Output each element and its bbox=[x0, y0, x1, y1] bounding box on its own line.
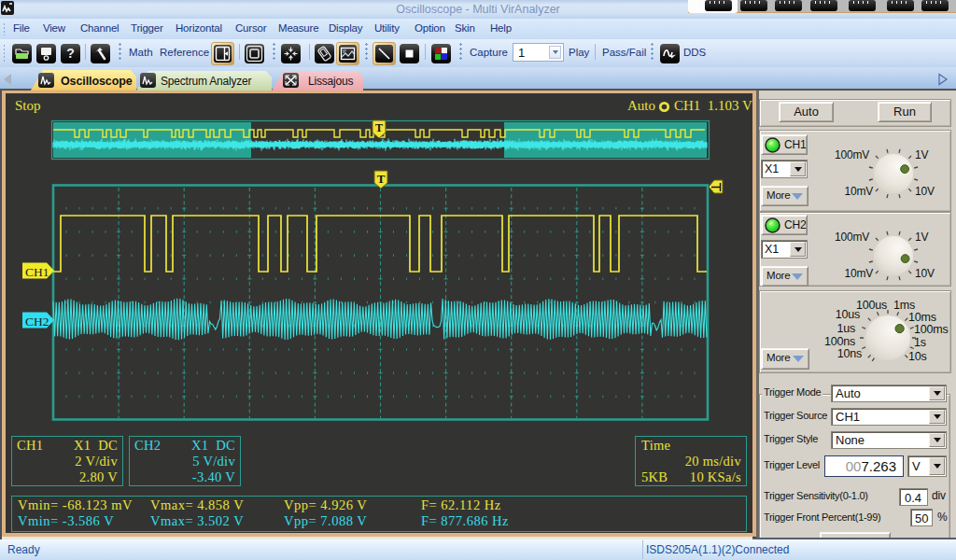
svg-text:CH1: CH1 bbox=[25, 265, 49, 279]
svg-text:CH2: CH2 bbox=[25, 315, 49, 329]
svg-text:T: T bbox=[377, 172, 386, 186]
svg-text:T: T bbox=[375, 121, 383, 134]
